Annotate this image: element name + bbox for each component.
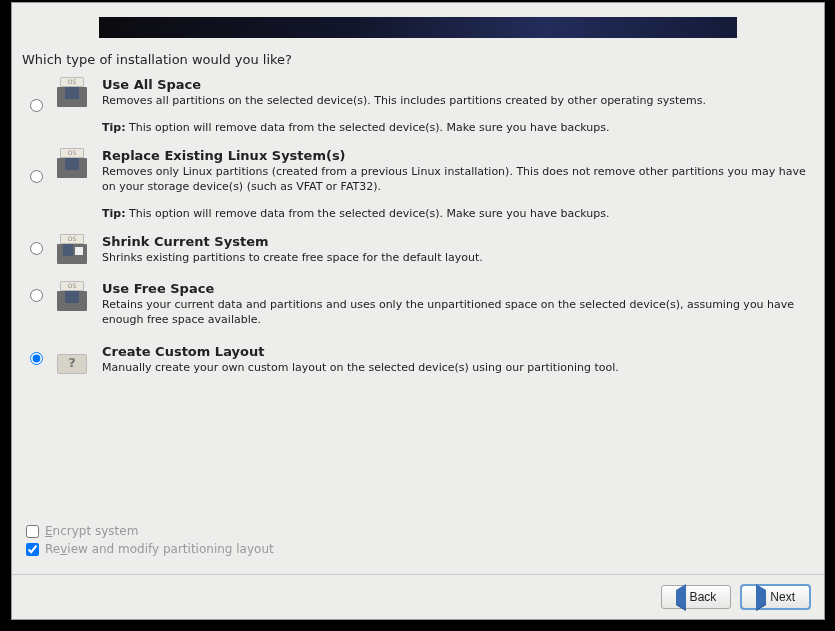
option-use-free-space: OS Use Free Space Retains your current d… (22, 281, 814, 330)
disk-icon: OS (57, 148, 87, 178)
disk-icon: OS (57, 281, 87, 311)
installation-options: OS Use All Space Removes all partitions … (12, 77, 824, 392)
disk-custom-icon: ? (57, 344, 87, 374)
option-desc: Removes only Linux partitions (created f… (102, 165, 814, 195)
arrow-right-icon (756, 590, 766, 604)
option-custom-layout: ? Create Custom Layout Manually create y… (22, 344, 814, 378)
radio-shrink-current[interactable] (30, 242, 43, 255)
arrow-left-icon (676, 590, 686, 604)
option-desc: Shrinks existing partitions to create fr… (102, 251, 814, 266)
footer-buttons: Back Next (12, 574, 824, 619)
radio-use-free-space[interactable] (30, 289, 43, 302)
option-title: Use Free Space (102, 281, 814, 296)
review-layout-checkbox[interactable]: Review and modify partitioning layout (26, 542, 810, 556)
encrypt-system-checkbox[interactable]: Encrypt system (26, 524, 810, 538)
prompt-text: Which type of installation would you lik… (12, 48, 824, 77)
option-shrink-current: OS Shrink Current System Shrinks existin… (22, 234, 814, 268)
option-use-all-space: OS Use All Space Removes all partitions … (22, 77, 814, 134)
option-title: Shrink Current System (102, 234, 814, 249)
option-desc: Retains your current data and partitions… (102, 298, 814, 328)
disk-icon: OS (57, 77, 87, 107)
radio-use-all-space[interactable] (30, 99, 43, 112)
radio-replace-linux[interactable] (30, 170, 43, 183)
bottom-checkboxes: Encrypt system Review and modify partiti… (12, 524, 824, 574)
encrypt-checkbox[interactable] (26, 525, 39, 538)
option-tip: Tip: This option will remove data from t… (102, 121, 814, 134)
installer-window: Which type of installation would you lik… (11, 2, 825, 620)
option-title: Create Custom Layout (102, 344, 814, 359)
radio-custom-layout[interactable] (30, 352, 43, 365)
option-title: Use All Space (102, 77, 814, 92)
review-checkbox[interactable] (26, 543, 39, 556)
next-button[interactable]: Next (741, 585, 810, 609)
option-tip: Tip: This option will remove data from t… (102, 207, 814, 220)
option-replace-linux: OS Replace Existing Linux System(s) Remo… (22, 148, 814, 220)
option-desc: Removes all partitions on the selected d… (102, 94, 814, 109)
back-button[interactable]: Back (661, 585, 732, 609)
header-banner (99, 17, 737, 38)
disk-shrink-icon: OS (57, 234, 87, 264)
option-desc: Manually create your own custom layout o… (102, 361, 814, 376)
option-title: Replace Existing Linux System(s) (102, 148, 814, 163)
